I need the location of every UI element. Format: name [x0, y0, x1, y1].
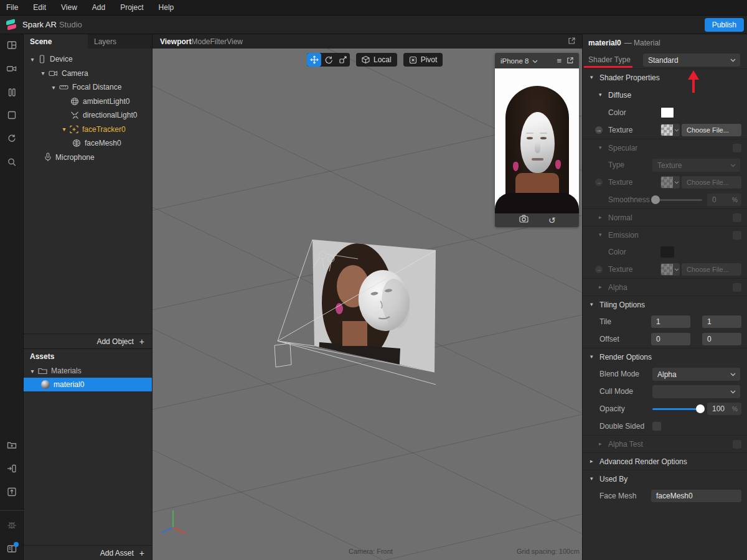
chevron-down-icon[interactable]: ▾ [590, 353, 593, 360]
menu-file[interactable]: File [6, 3, 18, 12]
export-icon[interactable] [7, 487, 16, 499]
section-diffuse[interactable]: ▾ Diffuse [583, 86, 747, 104]
menu-add[interactable]: Add [92, 3, 105, 12]
tile-x-input[interactable]: 1 [651, 315, 690, 328]
chevron-down-icon[interactable]: ▾ [29, 368, 36, 375]
camera-flip-icon[interactable] [519, 215, 529, 226]
add-asset-folder-icon[interactable] [7, 441, 17, 452]
search-icon[interactable] [7, 157, 16, 169]
section-alpha[interactable]: ▸ Alpha [583, 278, 747, 296]
chevron-down-icon[interactable]: ▾ [590, 475, 593, 482]
chevron-right-icon[interactable]: ▸ [599, 441, 602, 447]
smoothness-value-field[interactable]: 0% [707, 194, 741, 206]
rotate-tool-button[interactable] [321, 53, 336, 67]
chevron-down-icon[interactable]: ▾ [599, 144, 602, 151]
simulator-icon[interactable] [7, 111, 16, 122]
patch-output-icon[interactable]: → [595, 126, 603, 134]
emission-enable-checkbox[interactable] [733, 231, 741, 240]
add-object-button[interactable]: Add Object + [24, 334, 152, 348]
chevron-down-icon[interactable]: ▾ [50, 84, 57, 91]
specular-choose-file-button[interactable]: Choose File... [682, 176, 741, 189]
move-tool-button[interactable] [307, 53, 321, 67]
offset-x-input[interactable]: 0 [651, 333, 690, 345]
opacity-value-field[interactable]: 100% [707, 403, 741, 415]
specular-texture-swatch[interactable] [660, 176, 680, 189]
patch-editor-icon[interactable] [7, 88, 16, 100]
tree-item-device[interactable]: ▾ Device [24, 52, 152, 67]
debug-icon[interactable] [7, 520, 16, 532]
normal-enable-checkbox[interactable] [733, 213, 741, 222]
tab-scene[interactable]: Scene [24, 34, 88, 49]
tab-mode[interactable]: Mode [191, 37, 210, 46]
used-by-face-mesh-field[interactable]: faceMesh0 [651, 490, 741, 502]
chevron-down-icon[interactable]: ▾ [599, 231, 602, 238]
chevron-down-icon[interactable]: ▾ [29, 56, 36, 63]
section-emission[interactable]: ▾ Emission [583, 226, 747, 243]
chevron-down-icon[interactable]: ▾ [599, 91, 602, 98]
emission-color-swatch[interactable] [660, 246, 674, 258]
patch-output-icon[interactable]: → [595, 266, 603, 273]
chevron-right-icon[interactable]: ▸ [590, 458, 593, 464]
device-selector[interactable]: iPhone 8 [500, 57, 529, 65]
tree-item-focal-distance[interactable]: ▾ Focal Distance [24, 80, 152, 95]
specular-enable-checkbox[interactable] [733, 144, 741, 152]
section-advanced-render-options[interactable]: ▸ Advanced Render Options [583, 452, 747, 470]
diffuse-color-swatch[interactable] [660, 107, 674, 118]
chevron-down-icon[interactable]: ▾ [590, 301, 593, 307]
materials-folder-row[interactable]: ▾ Materials [24, 364, 152, 378]
shader-type-dropdown[interactable]: Standard [643, 54, 740, 67]
tab-viewport[interactable]: Viewport [160, 37, 191, 46]
popout-viewport-icon[interactable] [568, 37, 576, 47]
smoothness-slider[interactable] [652, 199, 702, 201]
blend-mode-dropdown[interactable]: Alpha [652, 368, 740, 381]
tree-item-ambient-light[interactable]: ambientLight0 [24, 95, 152, 109]
camera-view-icon[interactable] [6, 64, 17, 76]
menu-edit[interactable]: Edit [33, 3, 46, 12]
restart-icon[interactable] [7, 134, 16, 146]
chevron-down-icon[interactable]: ▾ [60, 126, 68, 133]
section-specular[interactable]: ▾ Specular [583, 139, 747, 156]
chevron-right-icon[interactable]: ▸ [599, 214, 602, 220]
chevron-down-icon[interactable]: ▾ [39, 70, 47, 77]
tree-item-face-tracker[interactable]: ▾ faceTracker0 [24, 123, 152, 137]
rotate-device-icon[interactable]: ↺ [548, 215, 556, 225]
opacity-slider[interactable] [652, 408, 702, 410]
alpha-enable-checkbox[interactable] [733, 283, 741, 292]
tab-layers[interactable]: Layers [88, 34, 152, 49]
cull-mode-dropdown[interactable] [652, 385, 740, 398]
popout-simulator-icon[interactable] [566, 57, 574, 65]
diffuse-texture-swatch[interactable] [660, 124, 680, 136]
specular-type-dropdown[interactable]: Texture [652, 159, 740, 172]
diffuse-choose-file-button[interactable]: Choose File... [682, 124, 741, 136]
scale-tool-button[interactable] [336, 53, 350, 67]
tree-item-camera[interactable]: ▾ Camera [24, 67, 152, 81]
publish-button[interactable]: Publish [705, 18, 744, 32]
emission-choose-file-button[interactable]: Choose File... [682, 263, 741, 276]
menu-help[interactable]: Help [159, 3, 174, 12]
section-used-by[interactable]: ▾ Used By [583, 470, 747, 487]
section-shader-properties[interactable]: ▾ Shader Properties [583, 69, 747, 86]
section-render-options[interactable]: ▾ Render Options [583, 348, 747, 365]
menu-view[interactable]: View [61, 3, 77, 12]
tree-item-microphone[interactable]: Microphone [24, 151, 152, 165]
menu-project[interactable]: Project [120, 3, 143, 12]
simulator-menu-icon[interactable]: ≡ [557, 56, 561, 65]
docs-icon[interactable] [7, 544, 17, 556]
offset-y-input[interactable]: 0 [702, 333, 741, 345]
section-tiling-options[interactable]: ▾ Tiling Options [583, 296, 747, 313]
chevron-down-icon[interactable] [532, 57, 538, 65]
tree-item-directional-light[interactable]: directionalLight0 [24, 108, 152, 123]
chevron-right-icon[interactable]: ▸ [599, 284, 602, 290]
viewport-3d[interactable]: Viewport Mode Filter View [153, 34, 582, 560]
send-to-device-icon[interactable] [7, 464, 17, 475]
double-sided-checkbox[interactable] [652, 422, 661, 431]
chevron-down-icon[interactable]: ▾ [590, 74, 593, 80]
tab-filter[interactable]: Filter [210, 37, 227, 46]
tab-view[interactable]: View [227, 37, 243, 46]
section-normal[interactable]: ▸ Normal [583, 208, 747, 226]
alpha-test-enable-checkbox[interactable] [733, 440, 741, 449]
tree-item-face-mesh[interactable]: faceMesh0 [24, 136, 152, 151]
local-mode-button[interactable]: Local [356, 53, 397, 67]
add-asset-button[interactable]: Add Asset + [24, 545, 152, 560]
layout-icon[interactable] [7, 40, 17, 53]
